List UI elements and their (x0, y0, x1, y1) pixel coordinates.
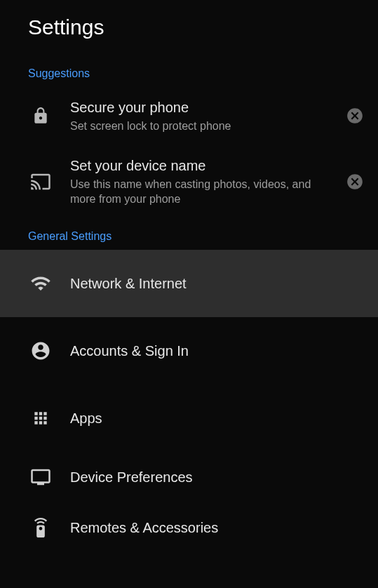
settings-item-text: Remotes & Accessories (70, 519, 350, 537)
suggestion-title: Set your device name (70, 156, 337, 175)
section-general-header: General Settings (0, 218, 378, 250)
cast-icon (28, 171, 53, 192)
settings-item-title: Remotes & Accessories (70, 519, 350, 537)
section-suggestions-header: Suggestions (0, 55, 378, 87)
settings-item-text: Accounts & Sign In (70, 342, 350, 360)
wifi-icon (28, 273, 53, 294)
close-icon (346, 107, 364, 125)
suggestion-text: Set your device name Use this name when … (70, 156, 337, 207)
remote-icon (28, 518, 53, 537)
settings-item-apps[interactable]: Apps (0, 385, 378, 452)
page-header: Settings (0, 0, 378, 55)
suggestion-device-name[interactable]: Set your device name Use this name when … (0, 145, 378, 218)
settings-item-text: Apps (70, 409, 350, 427)
suggestion-text: Secure your phone Set screen lock to pro… (70, 98, 337, 134)
suggestion-subtitle: Set screen lock to protect phone (70, 119, 337, 134)
settings-item-network[interactable]: Network & Internet (0, 250, 378, 317)
settings-item-text: Network & Internet (70, 274, 350, 293)
lock-icon (28, 107, 53, 125)
account-icon (28, 340, 53, 361)
settings-item-title: Accounts & Sign In (70, 342, 350, 360)
suggestion-subtitle: Use this name when casting photos, video… (70, 178, 337, 207)
page-title: Settings (28, 15, 350, 39)
dismiss-suggestion-button[interactable] (346, 107, 364, 125)
settings-item-text: Device Preferences (70, 468, 350, 486)
suggestion-secure-phone[interactable]: Secure your phone Set screen lock to pro… (0, 87, 378, 145)
settings-item-remotes[interactable]: Remotes & Accessories (0, 502, 378, 553)
close-icon (346, 173, 364, 191)
tv-icon (28, 467, 53, 488)
dismiss-suggestion-button[interactable] (346, 173, 364, 191)
settings-item-device-preferences[interactable]: Device Preferences (0, 452, 378, 502)
apps-icon (28, 409, 53, 427)
settings-item-accounts[interactable]: Accounts & Sign In (0, 317, 378, 385)
settings-item-title: Device Preferences (70, 468, 350, 486)
settings-item-title: Apps (70, 409, 350, 427)
settings-item-title: Network & Internet (70, 274, 350, 293)
suggestion-title: Secure your phone (70, 98, 337, 116)
